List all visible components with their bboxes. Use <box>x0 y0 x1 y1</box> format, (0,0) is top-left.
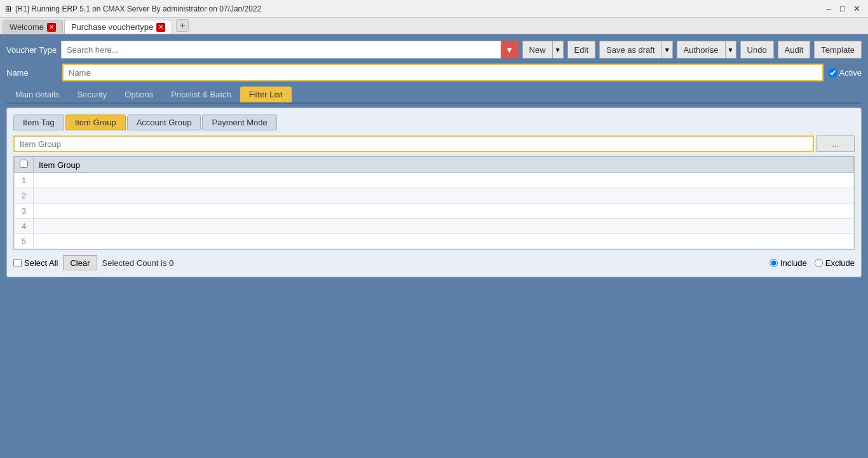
authorise-dropdown-button[interactable]: ▼ <box>725 41 736 59</box>
tab-security[interactable]: Security <box>68 87 116 102</box>
tab-bar: Welcome ✕ Purchase vouchertype ✕ + <box>0 18 868 34</box>
radio-group: Include Exclude <box>770 258 855 268</box>
authorise-button[interactable]: Authorise <box>677 41 725 59</box>
window-title: [R1] Running ERP 5.1 on CMAX Server By a… <box>15 4 261 13</box>
tab-welcome-label: Welcome <box>10 22 44 32</box>
voucher-type-dropdown-button[interactable]: ▼ <box>501 41 519 59</box>
filter-tabs: Item Tag Item Group Account Group Paymen… <box>13 114 855 130</box>
row-item-group-5 <box>34 234 854 249</box>
active-checkbox-label[interactable]: Active <box>829 68 862 78</box>
bottom-row: Select All Clear Selected Count is 0 Inc… <box>13 255 855 270</box>
minimize-button[interactable]: – <box>822 3 835 15</box>
table-header-item-group: Item Group <box>34 157 854 173</box>
clear-button[interactable]: Clear <box>63 255 97 270</box>
audit-button[interactable]: Audit <box>778 41 811 59</box>
name-row: Name Active <box>6 64 862 81</box>
tab-options[interactable]: Options <box>116 87 162 102</box>
name-input[interactable] <box>62 64 824 81</box>
table-header-checkbox-input[interactable] <box>20 160 28 168</box>
table-row: 2 <box>15 188 854 204</box>
edit-button[interactable]: Edit <box>567 41 595 59</box>
tab-add-button[interactable]: + <box>176 19 189 32</box>
row-num-3: 3 <box>15 204 34 219</box>
row-num-2: 2 <box>15 188 34 204</box>
table-row: 5 <box>15 234 854 249</box>
tab-purchase-vouchertype-label: Purchase vouchertype <box>71 22 153 32</box>
item-group-table-wrapper: Item Group 1 2 3 <box>13 156 855 250</box>
filter-tab-account-group[interactable]: Account Group <box>127 114 201 130</box>
save-as-draft-button[interactable]: Save as draft <box>599 41 661 59</box>
item-group-ellipsis-button[interactable]: ... <box>817 135 855 152</box>
tab-welcome[interactable]: Welcome ✕ <box>3 20 63 34</box>
close-button[interactable]: ✕ <box>850 3 863 15</box>
undo-button[interactable]: Undo <box>740 41 774 59</box>
exclude-radio-label[interactable]: Exclude <box>815 258 855 268</box>
voucher-type-label: Voucher Type <box>6 45 57 55</box>
filter-tab-item-tag[interactable]: Item Tag <box>13 114 64 130</box>
row-item-group-3 <box>34 204 854 219</box>
table-header-checkbox <box>15 157 34 173</box>
title-bar: ⊞ [R1] Running ERP 5.1 on CMAX Server By… <box>0 0 868 18</box>
template-button[interactable]: Template <box>814 41 862 59</box>
row-num-4: 4 <box>15 219 34 234</box>
toolbar: Voucher Type ▼ New ▼ Edit Save as draft … <box>6 41 862 59</box>
filter-tab-payment-mode[interactable]: Payment Mode <box>202 114 276 130</box>
active-label: Active <box>839 68 862 78</box>
row-item-group-2 <box>34 188 854 204</box>
content-card: Item Tag Item Group Account Group Paymen… <box>6 108 862 277</box>
tab-pricelist-batch[interactable]: Pricelist & Batch <box>162 87 240 102</box>
active-checkbox[interactable] <box>829 69 837 77</box>
new-button[interactable]: New <box>522 41 552 59</box>
form-panel: Voucher Type ▼ New ▼ Edit Save as draft … <box>6 41 862 277</box>
table-row: 1 <box>15 173 854 188</box>
select-all-label[interactable]: Select All <box>13 258 58 268</box>
main-content: Voucher Type ▼ New ▼ Edit Save as draft … <box>0 34 868 458</box>
include-radio[interactable] <box>770 259 778 267</box>
selected-count-label: Selected Count is 0 <box>102 258 174 268</box>
tab-main-details[interactable]: Main details <box>6 87 68 102</box>
table-row: 4 <box>15 219 854 234</box>
exclude-label-text: Exclude <box>825 258 855 268</box>
authorise-button-group: Authorise ▼ <box>677 41 736 59</box>
card-search-row: ... <box>13 135 855 152</box>
tab-welcome-close[interactable]: ✕ <box>47 23 56 32</box>
select-all-text: Select All <box>24 258 58 268</box>
include-label-text: Include <box>780 258 807 268</box>
row-num-1: 1 <box>15 173 34 188</box>
filter-tab-item-group[interactable]: Item Group <box>65 114 126 130</box>
exclude-radio[interactable] <box>815 259 823 267</box>
select-all-checkbox[interactable] <box>13 259 22 267</box>
new-button-group: New ▼ <box>522 41 564 59</box>
table-row: 3 <box>15 204 854 219</box>
tab-purchase-vouchertype-close[interactable]: ✕ <box>156 23 165 32</box>
row-item-group-1 <box>34 173 854 188</box>
app-icon: ⊞ <box>5 4 11 13</box>
save-as-draft-dropdown-button[interactable]: ▼ <box>661 41 673 59</box>
voucher-type-search-container: ▼ <box>61 41 519 59</box>
new-dropdown-button[interactable]: ▼ <box>552 41 564 59</box>
save-as-draft-button-group: Save as draft ▼ <box>599 41 673 59</box>
row-item-group-4 <box>34 219 854 234</box>
row-num-5: 5 <box>15 234 34 249</box>
item-group-table: Item Group 1 2 3 <box>14 156 854 249</box>
maximize-button[interactable]: □ <box>836 3 849 15</box>
sub-tabs: Main details Security Options Pricelist … <box>6 87 862 104</box>
include-radio-label[interactable]: Include <box>770 258 807 268</box>
name-label: Name <box>6 68 57 78</box>
item-group-search-input[interactable] <box>13 135 814 152</box>
tab-filter-list[interactable]: Filter List <box>240 87 292 102</box>
tab-purchase-vouchertype[interactable]: Purchase vouchertype ✕ <box>64 20 172 34</box>
voucher-type-search-input[interactable] <box>61 41 519 59</box>
